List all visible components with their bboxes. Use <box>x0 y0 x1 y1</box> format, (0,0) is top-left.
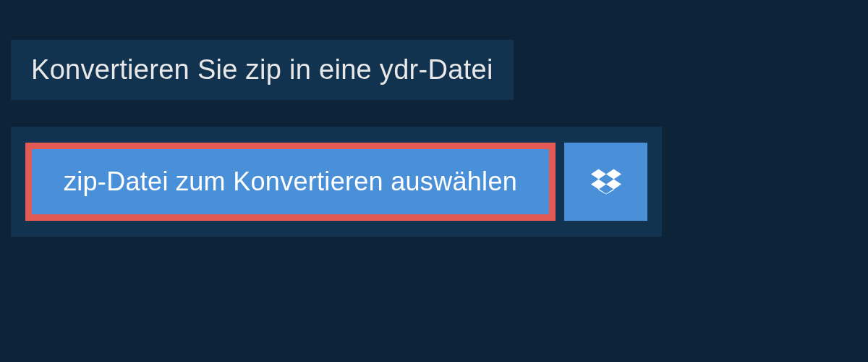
page-title: Konvertieren Sie zip in eine ydr-Datei <box>31 54 493 85</box>
dropbox-icon <box>591 167 621 197</box>
header-bar: Konvertieren Sie zip in eine ydr-Datei <box>11 40 514 100</box>
dropbox-button[interactable] <box>564 143 647 221</box>
select-file-button[interactable]: zip-Datei zum Konvertieren auswählen <box>25 143 556 221</box>
select-file-label: zip-Datei zum Konvertieren auswählen <box>64 167 517 197</box>
action-panel: zip-Datei zum Konvertieren auswählen <box>11 127 662 237</box>
